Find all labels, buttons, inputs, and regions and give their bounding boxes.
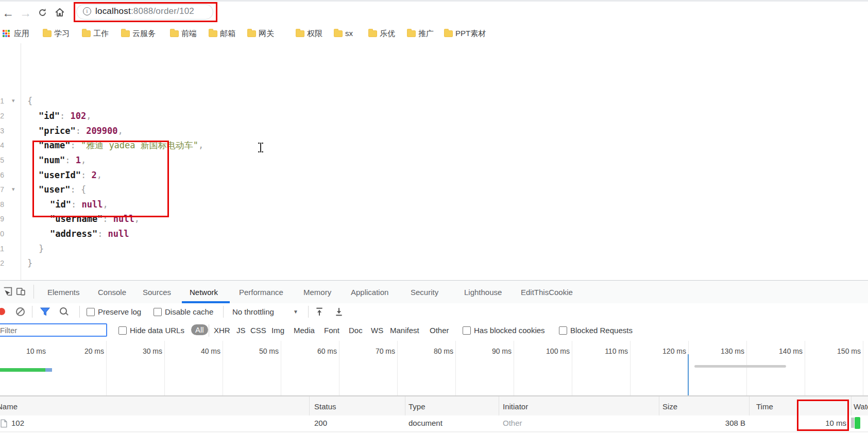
- bookmarks-bar: 应用 学习 工作 云服务 前端 邮箱 网关 权限 sx 乐优 推广 PPT素材: [0, 23, 868, 44]
- folder-icon: [407, 30, 416, 37]
- tab-performance[interactable]: Performance: [239, 288, 283, 297]
- chevron-down-icon[interactable]: ▼: [293, 309, 298, 315]
- bookmark-label: 邮箱: [220, 29, 235, 39]
- col-type[interactable]: Type: [409, 402, 426, 411]
- timeline-tick: 130 ms: [700, 347, 744, 355]
- blocked-requests-checkbox[interactable]: [559, 326, 567, 335]
- tab-memory[interactable]: Memory: [303, 288, 331, 297]
- folder-icon: [121, 30, 130, 37]
- tab-sources[interactable]: Sources: [143, 288, 171, 297]
- json-line: 1▾{: [0, 94, 515, 108]
- refresh-icon[interactable]: [38, 8, 47, 17]
- has-blocked-cookies-label[interactable]: Has blocked cookies: [474, 326, 545, 335]
- collapse-icon[interactable]: ▾: [12, 94, 15, 108]
- record-button[interactable]: [0, 308, 5, 315]
- tab-application[interactable]: Application: [351, 288, 388, 297]
- cell-status: 200: [314, 419, 327, 427]
- divider: [79, 306, 80, 318]
- timeline-scrollbar[interactable]: [694, 365, 786, 368]
- timeline-tick: 50 ms: [234, 347, 279, 355]
- cell-initiator: Other: [503, 419, 522, 427]
- tab-security[interactable]: Security: [411, 288, 438, 297]
- timeline-tick: 150 ms: [816, 347, 861, 355]
- disable-cache-label[interactable]: Disable cache: [165, 307, 213, 316]
- line-number: 12: [0, 256, 4, 270]
- hide-data-urls-checkbox[interactable]: [118, 326, 127, 335]
- col-size[interactable]: Size: [662, 402, 677, 411]
- url-annotation-rectangle: [74, 2, 217, 22]
- throttling-select[interactable]: No throttling: [232, 307, 274, 316]
- network-toolbar: Preserve log Disable cache No throttling…: [0, 303, 868, 321]
- apps-grid-icon: [3, 30, 10, 37]
- folder-icon: [209, 30, 217, 37]
- has-blocked-cookies-checkbox[interactable]: [463, 326, 471, 335]
- filter-chip-xhr[interactable]: XHR: [214, 326, 230, 335]
- filter-funnel-icon[interactable]: [40, 307, 50, 316]
- tab-console[interactable]: Console: [98, 288, 126, 297]
- line-number: 1: [0, 94, 4, 108]
- filter-chip-ws[interactable]: WS: [371, 326, 383, 335]
- timeline-overview[interactable]: 10 ms 20 ms 30 ms 40 ms 50 ms 60 ms 70 m…: [0, 341, 868, 395]
- timeline-tick: 80 ms: [409, 347, 453, 355]
- filter-chip-media[interactable]: Media: [294, 326, 315, 335]
- timeline-tick: 10 ms: [2, 347, 46, 355]
- filter-chip-doc[interactable]: Doc: [349, 326, 363, 335]
- filter-chip-font[interactable]: Font: [324, 326, 339, 335]
- disable-cache-checkbox[interactable]: [154, 308, 162, 316]
- hide-data-urls-label[interactable]: Hide data URLs: [130, 326, 184, 335]
- domcontentloaded-marker: [688, 354, 689, 395]
- preserve-log-checkbox[interactable]: [87, 308, 95, 316]
- col-status[interactable]: Status: [314, 402, 336, 411]
- import-har-icon[interactable]: [315, 307, 324, 316]
- col-time[interactable]: Time: [756, 402, 773, 411]
- device-toolbar-icon[interactable]: [16, 287, 25, 296]
- tab-elements[interactable]: Elements: [47, 288, 80, 297]
- tab-editthiscookie[interactable]: EditThisCookie: [521, 288, 573, 297]
- home-icon[interactable]: [55, 7, 65, 18]
- line-number: 2: [0, 109, 4, 123]
- network-filter-row: Hide data URLs All XHR JS CSS Img Media …: [0, 320, 868, 341]
- tab-network[interactable]: Network: [190, 288, 218, 297]
- overview-request-bar-tip: [45, 368, 52, 372]
- divider: [308, 306, 309, 318]
- bookmark-label: 网关: [259, 29, 274, 39]
- bookmark-label: 工作: [93, 29, 109, 39]
- export-har-icon[interactable]: [335, 307, 343, 316]
- request-row[interactable]: 102 200 document Other 308 B 10 ms: [0, 415, 868, 432]
- filter-input[interactable]: [0, 323, 107, 337]
- timeline-tick: 30 ms: [118, 347, 162, 355]
- clear-icon[interactable]: [16, 307, 25, 316]
- col-name[interactable]: Name: [0, 402, 18, 411]
- filter-chip-all[interactable]: All: [191, 324, 208, 335]
- filter-chip-manifest[interactable]: Manifest: [390, 326, 419, 335]
- time-annotation-rectangle: [797, 400, 849, 431]
- bookmark-label: 权限: [307, 29, 322, 39]
- filter-chip-css[interactable]: CSS: [250, 326, 266, 335]
- forward-icon[interactable]: →: [20, 6, 31, 20]
- tab-lighthouse[interactable]: Lighthouse: [464, 288, 502, 297]
- json-line: 10"address": null: [0, 227, 515, 241]
- timeline-tick: 40 ms: [176, 347, 220, 355]
- user-object-annotation-rectangle: [32, 141, 169, 217]
- col-initiator[interactable]: Initiator: [503, 402, 528, 411]
- divider: [32, 306, 32, 318]
- bookmark-label: 学习: [54, 29, 70, 39]
- filter-chip-other[interactable]: Other: [430, 326, 449, 335]
- line-number: 9: [0, 212, 4, 226]
- preserve-log-label[interactable]: Preserve log: [98, 307, 141, 316]
- col-waterfall[interactable]: Waterfall: [854, 402, 868, 411]
- collapse-icon[interactable]: ▾: [12, 182, 15, 197]
- filter-chip-img[interactable]: Img: [271, 326, 284, 335]
- requests-table-header: Name Status Type Initiator Size Time Wat…: [0, 395, 868, 417]
- back-icon[interactable]: ←: [2, 6, 14, 20]
- waterfall-bar: [855, 417, 860, 429]
- text-cursor: [258, 143, 263, 152]
- blocked-requests-label[interactable]: Blocked Requests: [570, 326, 633, 335]
- search-icon[interactable]: [60, 307, 67, 315]
- filter-chip-js[interactable]: JS: [236, 326, 246, 335]
- bookmark-label: 前端: [181, 29, 197, 39]
- waterfall-chip: [851, 418, 854, 428]
- bookmark-label: PPT素材: [455, 29, 486, 39]
- browser-window: ← → i localhost:8088/order/102 应用 学习 工作 …: [0, 0, 868, 433]
- inspect-icon[interactable]: [3, 287, 12, 296]
